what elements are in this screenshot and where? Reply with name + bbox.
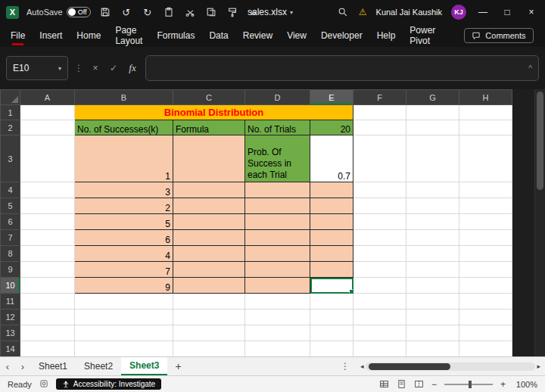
avatar[interactable]: KJ (451, 5, 466, 20)
cell[interactable] (75, 325, 173, 341)
cell[interactable] (20, 278, 75, 294)
cell[interactable] (353, 182, 406, 198)
cell[interactable] (406, 278, 459, 294)
undo-button[interactable]: ↺ (120, 5, 133, 19)
excel-logo-icon[interactable]: X (6, 6, 19, 19)
enter-button[interactable]: ✓ (107, 63, 120, 73)
cell[interactable] (459, 310, 512, 325)
page-break-view-button[interactable] (414, 379, 424, 389)
format-painter-button[interactable] (226, 5, 239, 19)
accessibility-status-button[interactable]: Accessibility: Investigate (56, 378, 161, 390)
cell[interactable] (310, 310, 353, 325)
cell[interactable] (20, 246, 75, 262)
cell[interactable] (75, 294, 173, 310)
cell[interactable] (406, 341, 459, 357)
row-header-9[interactable]: 9 (1, 262, 20, 278)
row-header-10[interactable]: 10 (1, 278, 20, 294)
cell-D2[interactable]: No. of Trials (245, 120, 310, 135)
macro-record-button[interactable] (39, 379, 48, 390)
column-header-D[interactable]: D (245, 90, 310, 105)
cancel-button[interactable]: × (89, 63, 101, 73)
file-name-menu[interactable]: sales.xlsx ▾ (248, 7, 293, 17)
select-all-button[interactable] (1, 90, 20, 105)
cell-B4[interactable]: 3 (75, 182, 173, 198)
row-header-5[interactable]: 5 (1, 198, 20, 214)
minimize-button[interactable]: — (475, 7, 490, 17)
cell[interactable] (20, 214, 75, 230)
cell[interactable] (245, 341, 310, 357)
redo-button[interactable]: ↻ (141, 5, 154, 19)
comments-button[interactable]: Comments (464, 28, 533, 43)
tab-file[interactable]: File (11, 30, 25, 41)
zoom-in-button[interactable]: + (500, 379, 506, 390)
cell[interactable] (459, 182, 512, 198)
cell[interactable] (245, 294, 310, 310)
cell-D3[interactable]: Prob. Of Success in each Trial (245, 135, 310, 182)
cell[interactable] (353, 198, 406, 214)
cell-D7[interactable] (245, 230, 310, 246)
cell[interactable] (353, 262, 406, 278)
collapse-formula-bar-button[interactable]: ^ (528, 64, 532, 73)
save-button[interactable] (98, 5, 112, 19)
cell[interactable] (75, 341, 173, 357)
cell-E9[interactable] (310, 262, 353, 278)
cell-D5[interactable] (245, 198, 310, 214)
close-button[interactable]: × (524, 7, 539, 17)
cell[interactable] (459, 198, 512, 214)
column-header-F[interactable]: F (353, 90, 406, 105)
cell[interactable] (310, 341, 353, 357)
cell[interactable] (20, 120, 75, 135)
cell[interactable] (353, 341, 406, 357)
chevron-down-icon[interactable]: ▾ (58, 65, 61, 72)
column-header-E[interactable]: E (310, 90, 353, 105)
row-header-6[interactable]: 6 (1, 214, 20, 230)
cell[interactable] (459, 135, 512, 182)
cell[interactable] (459, 278, 512, 294)
cell-C2[interactable]: Formula (173, 120, 245, 135)
cell[interactable] (406, 105, 459, 120)
tab-sheet3[interactable]: Sheet3 (121, 357, 167, 375)
cell-C5[interactable] (173, 198, 245, 214)
cell-B6[interactable]: 5 (75, 214, 173, 230)
cell-B2[interactable]: No. of Successes(k) (75, 120, 173, 135)
cell-E6[interactable] (310, 214, 353, 230)
paste-button[interactable] (162, 5, 176, 19)
account-warning-icon[interactable]: ⚠ (359, 7, 367, 17)
cell-D8[interactable] (245, 246, 310, 262)
cell[interactable] (406, 294, 459, 310)
cell-D6[interactable] (245, 214, 310, 230)
sheet-nav-prev-button[interactable]: ‹ (0, 357, 15, 375)
cell-C7[interactable] (173, 230, 245, 246)
cell[interactable] (245, 310, 310, 325)
scroll-right-icon[interactable]: ▸ (537, 362, 540, 370)
cut-button[interactable] (183, 5, 197, 19)
cell[interactable] (20, 325, 75, 341)
sheet-options-icon[interactable]: ⋮ (335, 357, 356, 375)
column-header-G[interactable]: G (406, 90, 459, 105)
cell-B7[interactable]: 6 (75, 230, 173, 246)
cell[interactable] (20, 182, 75, 198)
cell[interactable] (459, 230, 512, 246)
zoom-out-button[interactable]: − (431, 379, 437, 390)
vertical-scrollbar[interactable] (534, 89, 545, 356)
cell[interactable] (173, 341, 245, 357)
horizontal-scrollbar[interactable]: ◂ ▸ (356, 357, 545, 375)
row-header-12[interactable]: 12 (1, 310, 20, 325)
cell[interactable] (20, 230, 75, 246)
cell[interactable] (459, 294, 512, 310)
row-header-13[interactable]: 13 (1, 325, 20, 341)
cell[interactable] (310, 325, 353, 341)
cell[interactable] (20, 135, 75, 182)
cell-E10-selected[interactable] (310, 278, 353, 294)
autosave-control[interactable]: AutoSave Off (26, 7, 91, 17)
row-header-4[interactable]: 4 (1, 182, 20, 198)
cell[interactable] (353, 294, 406, 310)
cell[interactable] (353, 105, 406, 120)
column-header-A[interactable]: A (20, 90, 75, 105)
page-layout-view-button[interactable] (397, 379, 406, 389)
scroll-left-icon[interactable]: ◂ (360, 362, 364, 370)
cell-B1-merged-title[interactable]: Binomial Distribution (75, 105, 353, 120)
cell[interactable] (459, 246, 512, 262)
cell[interactable] (173, 310, 245, 325)
row-header-7[interactable]: 7 (1, 230, 20, 246)
